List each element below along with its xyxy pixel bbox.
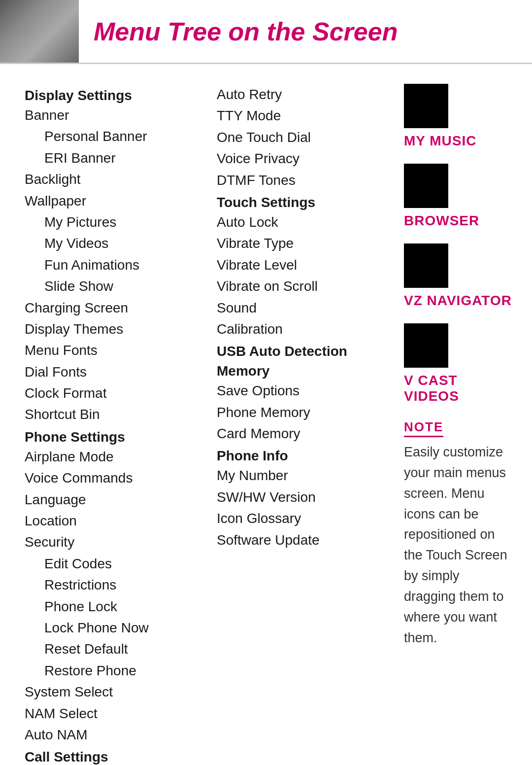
list-item: My Pictures: [25, 211, 212, 233]
list-item: Icon Glossary: [217, 508, 389, 529]
phone-settings-heading: Phone Settings: [25, 429, 212, 445]
vz-navigator-label: VZ Navigator: [404, 293, 512, 309]
vcast-label: V Cast Videos: [404, 373, 512, 404]
list-item: Sound: [217, 297, 389, 318]
list-item: Backlight: [25, 169, 212, 190]
list-item: DTMF Tones: [217, 170, 389, 191]
list-item: Edit Codes: [25, 553, 212, 574]
list-item: SW/HW Version: [217, 487, 389, 508]
list-item: Lock Phone Now: [25, 617, 212, 638]
list-item: Reset Default: [25, 638, 212, 660]
list-item: Vibrate Type: [217, 233, 389, 254]
section-usb: USB Auto Detection: [217, 344, 389, 359]
list-item: One Touch Dial: [217, 127, 389, 148]
right-column: My Music Browser VZ Navigator V Cast Vid…: [389, 84, 512, 765]
call-settings-heading: Call Settings: [25, 749, 212, 765]
browser-item: Browser: [404, 164, 512, 229]
list-item: Software Update: [217, 529, 389, 551]
list-item: Card Memory: [217, 423, 389, 444]
touch-settings-heading: Touch Settings: [217, 195, 389, 210]
list-item: Slide Show: [25, 276, 212, 297]
note-heading: Note: [404, 419, 443, 437]
list-item: Auto Lock: [217, 211, 389, 233]
list-item: Wallpaper: [25, 190, 212, 211]
section-call-settings: Call Settings Answer Options Show Dialpa…: [25, 749, 212, 765]
list-item: TTY Mode: [217, 105, 389, 126]
section-memory: Memory Save Options Phone Memory Card Me…: [217, 363, 389, 444]
list-item: Airplane Mode: [25, 446, 212, 467]
list-item: Voice Privacy: [217, 148, 389, 169]
list-item: My Number: [217, 465, 389, 486]
section-display-settings: Display Settings Banner Personal Banner …: [25, 88, 212, 425]
list-item: Charging Screen: [25, 297, 212, 318]
list-item: Menu Fonts: [25, 340, 212, 361]
middle-column: Auto Retry TTY Mode One Touch Dial Voice…: [212, 84, 389, 765]
left-column: Display Settings Banner Personal Banner …: [25, 84, 212, 765]
section-phone-info: Phone Info My Number SW/HW Version Icon …: [217, 448, 389, 551]
usb-heading: USB Auto Detection: [217, 344, 389, 359]
list-item: Language: [25, 489, 212, 510]
my-music-label: My Music: [404, 133, 477, 149]
list-item: Display Themes: [25, 318, 212, 340]
list-item: Shortcut Bin: [25, 404, 212, 425]
list-item: Personal Banner: [25, 126, 212, 147]
vz-navigator-icon: [404, 243, 448, 288]
display-settings-heading: Display Settings: [25, 88, 212, 104]
phone-info-heading: Phone Info: [217, 448, 389, 464]
list-item: ERI Banner: [25, 147, 212, 169]
list-item: Voice Commands: [25, 467, 212, 488]
list-item: Save Options: [217, 380, 389, 401]
vz-navigator-item: VZ Navigator: [404, 243, 512, 309]
note-text: Easily customize your main menus screen.…: [404, 442, 512, 648]
browser-label: Browser: [404, 213, 479, 229]
list-item: NAM Select: [25, 703, 212, 724]
list-item: Auto NAM: [25, 724, 212, 745]
list-item: Restore Phone: [25, 660, 212, 681]
list-item: Auto Retry: [217, 84, 389, 105]
note-section: Note Easily customize your main menus sc…: [404, 419, 512, 648]
list-item: Fun Animations: [25, 254, 212, 276]
list-item: Calibration: [217, 318, 389, 340]
header-image: [0, 0, 79, 64]
my-music-item: My Music: [404, 84, 512, 149]
list-item: Location: [25, 510, 212, 531]
list-item: System Select: [25, 681, 212, 702]
list-item: Clock Format: [25, 382, 212, 404]
memory-heading: Memory: [217, 363, 389, 379]
vcast-videos-item: V Cast Videos: [404, 323, 512, 404]
browser-icon: [404, 164, 448, 208]
list-item: My Videos: [25, 233, 212, 254]
page-title: Menu Tree on the Screen: [79, 17, 398, 46]
page-header: Menu Tree on the Screen: [0, 0, 532, 64]
list-item: Security: [25, 531, 212, 553]
my-music-icon: [404, 84, 448, 128]
list-item: Banner: [25, 104, 212, 126]
vcast-icon: [404, 323, 448, 368]
main-content: Display Settings Banner Personal Banner …: [0, 64, 532, 765]
list-item: Phone Memory: [217, 402, 389, 423]
section-touch-settings: Touch Settings Auto Lock Vibrate Type Vi…: [217, 195, 389, 340]
list-item: Phone Lock: [25, 596, 212, 617]
list-item: Vibrate on Scroll: [217, 276, 389, 297]
list-item: Restrictions: [25, 574, 212, 595]
section-phone-settings: Phone Settings Airplane Mode Voice Comma…: [25, 429, 212, 745]
list-item: Dial Fonts: [25, 361, 212, 382]
list-item: Vibrate Level: [217, 254, 389, 276]
